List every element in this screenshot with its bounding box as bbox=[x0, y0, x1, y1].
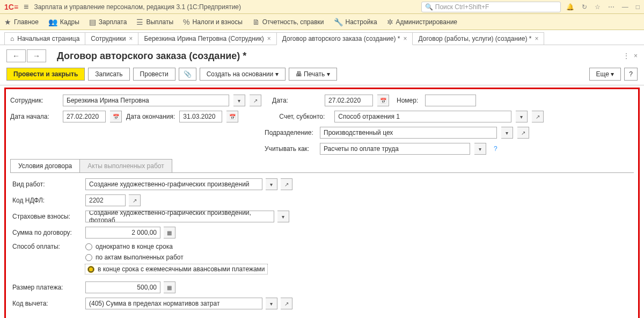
start-date-label: Дата начала: bbox=[10, 113, 58, 120]
calendar-icon[interactable]: 📅 bbox=[110, 111, 122, 122]
end-date-label: Дата окончания: bbox=[126, 113, 175, 120]
tab-contract-terms[interactable]: Условия договора bbox=[10, 159, 80, 172]
open-icon[interactable]: ↗ bbox=[250, 95, 261, 106]
more-vert-icon[interactable]: ⋮ bbox=[623, 52, 630, 60]
close-icon[interactable]: × bbox=[267, 35, 271, 42]
menu-Настройка[interactable]: 🔧Настройка bbox=[334, 18, 377, 26]
write-button[interactable]: Записать bbox=[88, 68, 129, 81]
deduct-field[interactable]: (405) Сумма в пределах нормативов затрат bbox=[85, 298, 262, 309]
close-icon[interactable]: × bbox=[129, 35, 133, 42]
menu-Кадры[interactable]: 👥Кадры bbox=[48, 18, 79, 26]
dropdown-icon[interactable]: ▾ bbox=[266, 178, 277, 190]
dropdown-icon[interactable]: ▾ bbox=[233, 95, 245, 106]
menu-icon[interactable]: ≡ bbox=[24, 2, 28, 12]
work-type-field[interactable]: Создание художественно-графических произ… bbox=[85, 178, 262, 190]
menu-Зарплата[interactable]: ▤Зарплата bbox=[89, 18, 127, 26]
calendar-icon[interactable]: 📅 bbox=[226, 111, 238, 122]
close-icon[interactable]: × bbox=[403, 35, 407, 42]
calc-icon[interactable]: ▦ bbox=[164, 281, 175, 293]
consider-field[interactable]: Расчеты по оплате труда bbox=[320, 143, 470, 155]
post-close-button[interactable]: Провести и закрыть bbox=[6, 68, 85, 81]
end-date-field[interactable]: 31.03.2020 bbox=[179, 111, 222, 122]
dropdown-icon[interactable]: ▾ bbox=[266, 298, 277, 309]
consider-label: Учитывать как: bbox=[265, 145, 316, 153]
print-button[interactable]: 🖶 Печать ▾ bbox=[289, 68, 337, 81]
star-icon[interactable]: ☆ bbox=[595, 3, 601, 11]
forward-button[interactable]: → bbox=[27, 49, 46, 62]
open-icon[interactable]: ↗ bbox=[129, 194, 141, 206]
ndfl-field[interactable]: 2202 bbox=[85, 194, 126, 206]
pay-method-label: Способ оплаты: bbox=[12, 243, 82, 250]
more-icon[interactable]: ⋯ bbox=[608, 3, 614, 11]
pay-option-acts[interactable]: по актам выполненных работ bbox=[85, 254, 267, 261]
sum-field[interactable]: 2 000,00 bbox=[85, 227, 160, 238]
open-icon[interactable]: ↗ bbox=[532, 111, 544, 122]
search-icon: 🔍 bbox=[425, 3, 433, 11]
date-field[interactable]: 27.02.2020 bbox=[325, 95, 373, 106]
menu-Отчетность, справки[interactable]: 🗎Отчетность, справки bbox=[252, 18, 324, 26]
tab-Договор авторского з[interactable]: Договор авторского заказа (создание) *× bbox=[276, 32, 413, 45]
open-icon[interactable]: ↗ bbox=[517, 127, 529, 139]
start-date-field[interactable]: 27.02.2020 bbox=[63, 111, 106, 122]
minimize-icon[interactable]: — bbox=[622, 3, 628, 11]
dropdown-icon[interactable]: ▾ bbox=[474, 143, 486, 155]
open-icon[interactable]: ↗ bbox=[281, 178, 292, 190]
ndfl-label: Код НДФЛ: bbox=[12, 197, 82, 204]
number-label: Номер: bbox=[397, 97, 421, 104]
history-icon[interactable]: ↻ bbox=[582, 3, 587, 11]
date-label: Дата: bbox=[272, 97, 294, 104]
app-title: Зарплата и управление персоналом, редакц… bbox=[34, 3, 415, 11]
more-button[interactable]: Еще ▾ bbox=[589, 68, 621, 81]
app-logo: 1C≡ bbox=[4, 3, 18, 11]
deduct-label: Код вычета: bbox=[12, 300, 82, 307]
page-title: Договор авторского заказа (создание) * bbox=[57, 50, 246, 62]
pay-size-field[interactable]: 500,00 bbox=[85, 281, 160, 293]
close-icon[interactable]: × bbox=[634, 52, 638, 60]
dept-label: Подразделение: bbox=[265, 129, 316, 136]
employee-label: Сотрудник: bbox=[10, 97, 58, 104]
employee-field[interactable]: Березкина Ирина Петровна bbox=[63, 95, 229, 106]
search-input[interactable]: 🔍 Поиск Ctrl+Shift+F bbox=[421, 2, 561, 12]
menu-Налоги и взносы[interactable]: %Налоги и взносы bbox=[183, 18, 243, 26]
back-button[interactable]: ← bbox=[6, 49, 26, 62]
tab-acts[interactable]: Акты выполненных работ bbox=[79, 159, 172, 172]
insurance-label: Страховые взносы: bbox=[12, 213, 82, 220]
bell-icon[interactable]: 🔔 bbox=[566, 3, 574, 11]
dept-field[interactable]: Производственный цех bbox=[320, 127, 497, 139]
sum-label: Сумма по договору: bbox=[12, 229, 82, 236]
open-icon[interactable]: ↗ bbox=[281, 298, 292, 309]
account-label: Счет, субконто: bbox=[279, 113, 330, 120]
close-icon[interactable]: × bbox=[535, 35, 538, 42]
calendar-icon[interactable]: 📅 bbox=[377, 95, 389, 106]
number-field[interactable] bbox=[425, 95, 476, 106]
pay-option-once[interactable]: однократно в конце срока bbox=[85, 243, 267, 250]
work-type-label: Вид работ: bbox=[12, 180, 82, 188]
tab-Договор (работы, усл[interactable]: Договор (работы, услуги) (создание) *× bbox=[412, 32, 544, 45]
create-based-button[interactable]: Создать на основании ▾ bbox=[200, 68, 286, 81]
menu-Выплаты[interactable]: ☰Выплаты bbox=[136, 18, 173, 26]
window-icon[interactable]: □ bbox=[636, 3, 640, 11]
dropdown-icon[interactable]: ▾ bbox=[501, 127, 513, 139]
attach-button[interactable]: 📎 bbox=[179, 68, 196, 81]
pay-size-label: Размер платежа: bbox=[12, 284, 82, 291]
menu-Администрирование[interactable]: ✲Администрирование bbox=[387, 18, 457, 26]
help-icon[interactable]: ? bbox=[494, 145, 497, 153]
pay-option-monthly[interactable]: в конце срока с ежемесячными авансовыми … bbox=[85, 264, 267, 274]
tab-Березкина Ирина Петр[interactable]: Березкина Ирина Петровна (Сотрудник)× bbox=[138, 32, 276, 45]
help-button[interactable]: ? bbox=[624, 68, 638, 81]
dropdown-icon[interactable]: ▾ bbox=[516, 111, 528, 122]
post-button[interactable]: Провести bbox=[133, 68, 175, 81]
dropdown-icon[interactable]: ▾ bbox=[277, 211, 289, 222]
tab-Начальная страница[interactable]: ⌂Начальная страница bbox=[4, 32, 85, 45]
tab-Сотрудники[interactable]: Сотрудники× bbox=[85, 32, 138, 45]
insurance-field[interactable]: Создание художественно-графических произ… bbox=[85, 211, 274, 222]
account-field[interactable]: Способ отражения 1 bbox=[334, 111, 511, 122]
menu-Главное[interactable]: ★Главное bbox=[4, 18, 39, 26]
calc-icon[interactable]: ▦ bbox=[164, 227, 175, 238]
